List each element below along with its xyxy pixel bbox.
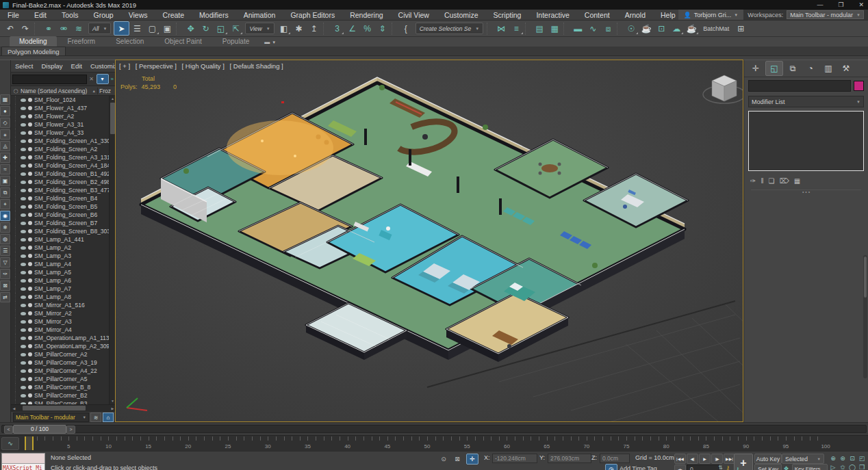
pin-explorer-button[interactable]: ✑	[0, 269, 10, 279]
make-unique-button[interactable]: ❏	[769, 177, 775, 185]
object-color-swatch[interactable]	[854, 81, 864, 91]
pin-stack-button[interactable]: ✑	[750, 177, 756, 185]
visibility-eye-icon[interactable]	[21, 378, 26, 381]
explorer-workspace-dropdown[interactable]: Main Toolbar - modular ▼	[13, 413, 89, 422]
select-and-move-button[interactable]: ✥	[183, 22, 198, 35]
scene-object-row[interactable]: SM_Mirror_A3	[11, 317, 110, 326]
add-time-tag-button[interactable]: Add Time Tag	[620, 465, 657, 470]
render-production-button[interactable]: ☕	[685, 22, 699, 35]
ribbon-config-dropdown[interactable]: ▬ ▼	[264, 39, 276, 47]
menu-views[interactable]: Views	[121, 10, 155, 20]
visibility-eye-icon[interactable]	[21, 140, 26, 143]
scene-object-row[interactable]: SM_Mirror_A4	[11, 326, 110, 334]
scene-object-row[interactable]: SM_PillarCorner_A5	[11, 375, 110, 383]
minimize-button[interactable]: —	[817, 1, 823, 8]
auto-key-button[interactable]: Auto Key	[754, 454, 782, 464]
show-end-result-button[interactable]: ‖	[761, 177, 763, 185]
z-coordinate-field[interactable]: 0.0cm	[600, 454, 630, 463]
visibility-eye-icon[interactable]	[21, 312, 26, 315]
material-editor-button[interactable]: ☉	[624, 22, 639, 35]
panel-divider[interactable]: • • •	[751, 190, 861, 194]
viewport-pov-menu[interactable]: [ Perspective ]	[136, 62, 177, 70]
sync-selection-button[interactable]: ⇄	[0, 292, 10, 302]
visibility-eye-icon[interactable]	[21, 271, 26, 274]
zoom-region-button[interactable]: ◰	[857, 454, 867, 462]
scene-object-row[interactable]: SM_Lamp_A8	[11, 293, 110, 301]
scene-object-row[interactable]: SM_OperationLamp_A2_309	[11, 342, 110, 350]
select-and-link-button[interactable]: ⚭	[42, 22, 56, 35]
scene-object-row[interactable]: SM_Flower_A3_31	[11, 120, 110, 129]
visibility-eye-icon[interactable]	[21, 181, 26, 184]
menu-file[interactable]: File	[0, 10, 27, 20]
scene-object-row[interactable]: SM_Lamp_A4	[11, 260, 110, 268]
trackbar-segment[interactable]: 30	[228, 436, 268, 451]
scene-object-row[interactable]: SM_Flower_A4_33	[11, 129, 110, 137]
perspective-viewport[interactable]: [ + ] [ Perspective ] [ High Quality ] […	[115, 60, 743, 422]
curve-editor-button[interactable]: ∿	[586, 22, 600, 35]
scene-object-row[interactable]: SM_Folding_Screen_B3_477	[11, 186, 110, 194]
absolute-mode-toggle[interactable]: ✛	[466, 454, 478, 465]
visibility-eye-icon[interactable]	[21, 246, 26, 250]
visibility-eye-icon[interactable]	[21, 369, 26, 373]
walk-through-button[interactable]: ✩	[838, 462, 847, 470]
visibility-eye-icon[interactable]	[21, 361, 26, 365]
mini-curve-editor-button[interactable]: ∿	[1, 437, 19, 450]
visibility-eye-icon[interactable]	[21, 345, 26, 348]
scene-object-row[interactable]: SM_PillarCorner_B2	[11, 391, 110, 400]
explorer-menu-select[interactable]: Select	[11, 62, 37, 70]
x-coordinate-field[interactable]: -120.248cm	[492, 454, 537, 463]
scene-object-row[interactable]: SM_Mirror_A2	[11, 309, 110, 317]
schematic-view-button[interactable]: ⧈	[601, 22, 615, 35]
bind-to-space-warp-button[interactable]: ≋	[72, 22, 86, 35]
trackbar-segment[interactable]: 65	[507, 436, 546, 451]
display-frozen-toggle[interactable]: ❄	[0, 222, 10, 233]
window-crossing-toggle-button[interactable]: ▣	[160, 22, 175, 35]
maximize-viewport-button[interactable]: ❒	[857, 462, 867, 470]
display-materials-toggle[interactable]: ◍	[0, 234, 10, 244]
menu-interactive[interactable]: Interactive	[528, 10, 576, 20]
maxscript-input[interactable]	[2, 454, 44, 464]
trackbar-segment[interactable]: 35	[268, 436, 307, 451]
scene-object-row[interactable]: SM_Lamp_A2	[11, 244, 110, 252]
ribbon-tab-freeform[interactable]: Freeform	[58, 36, 105, 47]
visibility-eye-icon[interactable]	[21, 320, 26, 324]
clear-search-icon[interactable]: ✕	[88, 76, 95, 82]
scene-object-row[interactable]: SM_Lamp_A7	[11, 285, 110, 293]
select-and-scale-button[interactable]: ◱	[214, 22, 228, 35]
select-and-rotate-button[interactable]: ↻	[199, 22, 213, 35]
menu-animation[interactable]: Animation	[236, 10, 283, 20]
display-hidden-toggle[interactable]: ◉	[0, 211, 10, 221]
trackbar-segment[interactable]: 70	[547, 436, 587, 451]
display-geometry-toggle[interactable]: ●	[0, 106, 10, 116]
trackbar-segment[interactable]: 15	[108, 436, 148, 451]
ribbon-tab-selection[interactable]: Selection	[106, 36, 153, 47]
visibility-eye-icon[interactable]	[21, 189, 26, 192]
track-bar[interactable]: ∿ 5 10 15 20	[0, 435, 868, 451]
time-slider-thumb[interactable]: 0 / 100	[13, 425, 66, 434]
display-shapes-toggle[interactable]: ◇	[0, 118, 10, 128]
menu-customize[interactable]: Customize	[437, 10, 486, 20]
modifier-stack[interactable]	[748, 111, 864, 171]
previous-frame-arrow[interactable]: <	[4, 426, 13, 434]
scene-object-row[interactable]: SM_Flower_A1_437	[11, 104, 110, 112]
trackbar-segment[interactable]: 5	[29, 436, 68, 451]
selection-filter-dropdown[interactable]: All▼	[88, 23, 111, 34]
lock-cell-editing-button[interactable]: ⊠	[0, 280, 10, 291]
edit-named-selection-sets-button[interactable]: {	[398, 22, 413, 35]
ribbon-tab-populate[interactable]: Populate	[213, 36, 259, 47]
maximize-button[interactable]: ❐	[838, 1, 843, 8]
next-frame-button[interactable]: |▶	[711, 454, 723, 464]
visibility-eye-icon[interactable]	[21, 156, 26, 159]
visibility-eye-icon[interactable]	[21, 263, 26, 266]
explorer-menu-display[interactable]: Display	[37, 62, 66, 70]
menu-group[interactable]: Group	[86, 10, 121, 20]
utilities-tab[interactable]: ⚒	[838, 62, 854, 75]
visibility-eye-icon[interactable]	[21, 386, 26, 389]
ribbon-tab-object-paint[interactable]: Object Paint	[155, 36, 211, 47]
trackbar-segment[interactable]: 75	[587, 436, 626, 451]
y-coordinate-field[interactable]: 276.093cm	[548, 454, 591, 463]
scene-object-row[interactable]: SM_Folding_Screen_A2	[11, 145, 110, 153]
percent-snap-toggle-button[interactable]: %	[360, 22, 374, 35]
visibility-eye-icon[interactable]	[21, 394, 26, 397]
keyboard-override-button[interactable]: ↥	[307, 22, 321, 35]
